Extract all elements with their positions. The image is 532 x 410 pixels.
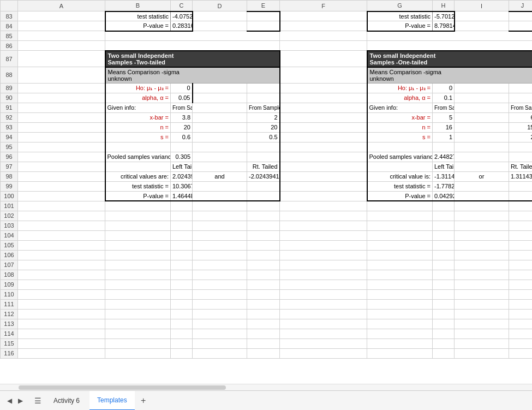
- cell-89-e[interactable]: [247, 83, 280, 93]
- cell-93-h[interactable]: 16: [433, 122, 455, 132]
- col-header-e[interactable]: E: [247, 1, 280, 11]
- cell-96-j[interactable]: [509, 152, 533, 162]
- sheet-menu-button[interactable]: ☰: [32, 395, 44, 407]
- cell-87-f[interactable]: [280, 51, 367, 67]
- cell-100-f[interactable]: [280, 191, 367, 201]
- cell-99-f[interactable]: [280, 181, 367, 191]
- cell-93-f[interactable]: [280, 122, 367, 132]
- cell-92-c[interactable]: 3.8: [171, 112, 193, 122]
- cell-90-d[interactable]: [193, 93, 247, 103]
- col-header-d[interactable]: D: [193, 1, 247, 11]
- cell-90-f[interactable]: [280, 93, 367, 103]
- cell-91-f[interactable]: [280, 103, 367, 112]
- prev-sheet-button[interactable]: ◀: [4, 396, 14, 406]
- cell-99-j[interactable]: [509, 181, 533, 191]
- cell-83-f[interactable]: [280, 11, 367, 21]
- cell-97-a[interactable]: [18, 162, 105, 171]
- cell-90-b[interactable]: alpha, α =: [105, 93, 171, 103]
- cell-97-b[interactable]: [105, 162, 171, 171]
- cell-84-h[interactable]: 8.79814E-05: [433, 21, 455, 31]
- cell-88-a[interactable]: [18, 67, 105, 84]
- cell-85-a[interactable]: [18, 31, 105, 41]
- cell-100-i[interactable]: [455, 191, 509, 201]
- cell-94-i[interactable]: [455, 132, 509, 142]
- cell-96-f[interactable]: [280, 152, 367, 162]
- cell-95-i[interactable]: [455, 142, 509, 152]
- cell-86-ghij[interactable]: [367, 41, 533, 51]
- cell-94-d[interactable]: [193, 132, 247, 142]
- cell-95-a[interactable]: [18, 142, 105, 152]
- cell-95-d[interactable]: [193, 142, 247, 152]
- cell-99-d[interactable]: [193, 181, 247, 191]
- cell-97-f[interactable]: [280, 162, 367, 171]
- cell-99-a[interactable]: [18, 181, 105, 191]
- cell-83-d[interactable]: [193, 11, 247, 21]
- cell-99-e[interactable]: [247, 181, 280, 191]
- cell-89-f[interactable]: [280, 83, 367, 93]
- cell-84-j[interactable]: [509, 21, 533, 31]
- cell-96-e[interactable]: [247, 152, 280, 162]
- cell-89-c[interactable]: 0: [171, 83, 193, 93]
- cell-90-c[interactable]: 0.05: [171, 93, 193, 103]
- cell-96-a[interactable]: [18, 152, 105, 162]
- cell-96-d[interactable]: [193, 152, 247, 162]
- cell-95-c[interactable]: [171, 142, 193, 152]
- cell-86-a[interactable]: [18, 41, 105, 51]
- cell-98-f[interactable]: [280, 171, 367, 181]
- cell-95-g[interactable]: [367, 142, 433, 152]
- cell-97-d[interactable]: [193, 162, 247, 171]
- cell-99-i[interactable]: [455, 181, 509, 191]
- cell-89-d[interactable]: [193, 83, 247, 93]
- cell-92-h[interactable]: 5: [433, 112, 455, 122]
- cell-93-j[interactable]: 15: [509, 122, 533, 132]
- cell-84-e[interactable]: [247, 21, 280, 31]
- col-header-h[interactable]: H: [433, 1, 455, 11]
- cell-86-bcde[interactable]: [105, 41, 280, 51]
- cell-84-f[interactable]: [280, 21, 367, 31]
- cell-92-f[interactable]: [280, 112, 367, 122]
- cell-93-d[interactable]: [193, 122, 247, 132]
- cell-91-i[interactable]: [455, 103, 509, 112]
- cell-84-i[interactable]: [455, 21, 509, 31]
- cell-84-a[interactable]: [18, 21, 105, 31]
- cell-92-b[interactable]: x-bar =: [105, 112, 171, 122]
- cell-90-i[interactable]: [455, 93, 509, 103]
- cell-83-h[interactable]: -5.70120E+12: [433, 11, 455, 21]
- cell-100-j[interactable]: [509, 191, 533, 201]
- tab-templates[interactable]: Templates: [89, 391, 135, 411]
- cell-92-j[interactable]: 6: [509, 112, 533, 122]
- cell-83-g[interactable]: test statistic: [367, 11, 433, 21]
- cell-98-a[interactable]: [18, 171, 105, 181]
- cell-87-a[interactable]: [18, 51, 105, 67]
- cell-94-a[interactable]: [18, 132, 105, 142]
- cell-86-f[interactable]: [280, 41, 367, 51]
- cell-83-b[interactable]: test statistic: [105, 11, 171, 21]
- cell-89-b[interactable]: Ho: μ₁ - μ₂ =: [105, 83, 171, 93]
- cell-92-i[interactable]: [455, 112, 509, 122]
- cell-95-j[interactable]: [509, 142, 533, 152]
- col-header-f[interactable]: F: [280, 1, 367, 11]
- cell-93-e[interactable]: 20: [247, 122, 280, 132]
- cell-93-g[interactable]: n =: [367, 122, 433, 132]
- cell-94-e[interactable]: 0.5: [247, 132, 280, 142]
- cell-95-e[interactable]: [247, 142, 280, 152]
- add-sheet-button[interactable]: +: [137, 394, 150, 407]
- cell-97-i[interactable]: [455, 162, 509, 171]
- cell-92-a[interactable]: [18, 112, 105, 122]
- cell-100-e[interactable]: [247, 191, 280, 201]
- cell-93-b[interactable]: n =: [105, 122, 171, 132]
- cell-89-j[interactable]: [509, 83, 533, 93]
- col-header-j[interactable]: J: [509, 1, 533, 11]
- cell-90-a[interactable]: [18, 93, 105, 103]
- cell-94-c[interactable]: 0.6: [171, 132, 193, 142]
- cell-94-f[interactable]: [280, 132, 367, 142]
- cell-84-b[interactable]: P-value =: [105, 21, 171, 31]
- cell-94-h[interactable]: 1: [433, 132, 455, 142]
- cell-95-f[interactable]: [280, 142, 367, 152]
- cell-85-bcde[interactable]: [105, 31, 280, 41]
- cell-100-a[interactable]: [18, 191, 105, 201]
- next-sheet-button[interactable]: ▶: [15, 396, 25, 406]
- cell-94-j[interactable]: 2: [509, 132, 533, 142]
- cell-93-a[interactable]: [18, 122, 105, 132]
- cell-85-ghij[interactable]: [367, 31, 533, 41]
